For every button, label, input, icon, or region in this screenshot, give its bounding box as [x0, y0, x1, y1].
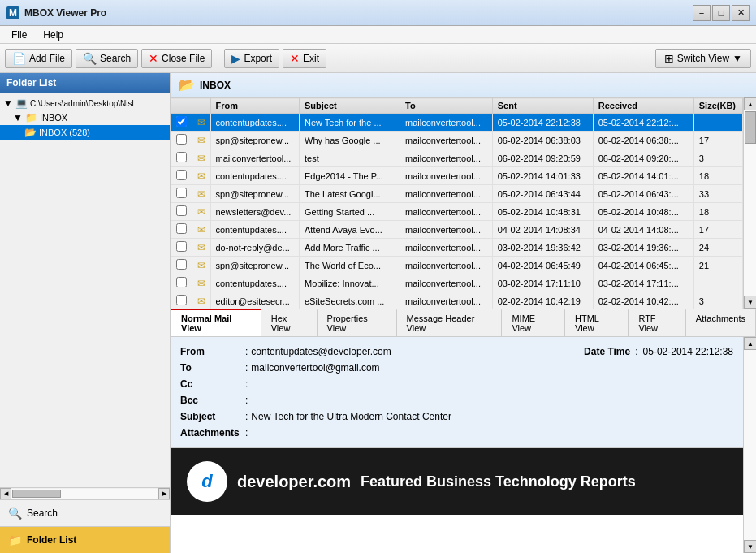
close-button[interactable]: ✕: [732, 5, 750, 21]
drive-icon: 💻: [15, 97, 28, 109]
preview-scroll-down[interactable]: ▼: [744, 540, 756, 553]
folder-item-inbox-root[interactable]: ▼ 📁 INBOX: [0, 110, 170, 125]
preview-scroll-up[interactable]: ▲: [744, 337, 756, 350]
row-subject: Mobilize: Innovat...: [300, 274, 400, 292]
scroll-track[interactable]: [744, 110, 756, 296]
table-row[interactable]: ✉ do-not-reply@de... Add More Traffic ..…: [171, 239, 743, 257]
table-row[interactable]: ✉ contentupdates.... Mobilize: Innovat..…: [171, 274, 743, 292]
col-received[interactable]: Received: [593, 98, 693, 114]
row-checkbox[interactable]: [171, 274, 192, 292]
row-checkbox[interactable]: [171, 114, 192, 132]
menu-help[interactable]: Help: [37, 28, 70, 42]
sidebar-header: Folder List: [0, 73, 170, 93]
preview-tab-html-view[interactable]: HTML View: [565, 309, 629, 336]
row-sent: 05-02-2014 10:48:31: [492, 203, 593, 221]
preview-scroll-track[interactable]: [744, 350, 756, 540]
menu-file[interactable]: File: [5, 28, 33, 42]
preview-scrollbar[interactable]: ▲ ▼: [743, 337, 756, 553]
meta-subject-row: Subject : New Tech for the Ultra Modern …: [180, 408, 555, 425]
sidebar-tab-folder-list[interactable]: 📁 Folder List: [0, 526, 170, 553]
exit-button[interactable]: ✕ Exit: [283, 49, 326, 68]
preview-tab-normal-mail-view[interactable]: Normal Mail View: [171, 309, 261, 336]
sidebar-scroll-track[interactable]: [11, 489, 158, 499]
add-file-icon: 📄: [12, 52, 26, 65]
preview-tab-attachments[interactable]: Attachments: [686, 309, 756, 336]
table-row[interactable]: ✉ contentupdates.... Attend Avaya Evo...…: [171, 221, 743, 239]
row-checkbox[interactable]: [171, 292, 192, 309]
sidebar-scroll-left[interactable]: ◀: [0, 488, 11, 499]
email-list-main[interactable]: From Subject To Sent Received Size(KB) ✉…: [171, 97, 743, 309]
add-file-button[interactable]: 📄 Add File: [5, 49, 72, 68]
close-file-icon: ✕: [149, 52, 158, 65]
title-controls: − □ ✕: [693, 5, 750, 21]
scroll-thumb[interactable]: [745, 111, 756, 144]
preview-area: From : contentupdates@developer.com To :…: [171, 337, 756, 553]
col-size[interactable]: Size(KB): [693, 98, 742, 114]
folder-item-inbox[interactable]: 📂 INBOX (528): [0, 125, 170, 140]
meta-from-label: From: [180, 346, 245, 357]
table-row[interactable]: ✉ newsletters@dev... Getting Started ...…: [171, 203, 743, 221]
table-row[interactable]: ✉ spn@sitepronew... The World of Eco... …: [171, 257, 743, 274]
row-checkbox[interactable]: [171, 167, 192, 185]
row-to: mailconvertertool...: [400, 114, 493, 132]
search-button[interactable]: 🔍 Search: [76, 49, 138, 68]
row-size: 18: [693, 167, 742, 185]
col-subject[interactable]: Subject: [300, 98, 400, 114]
inbox-folder-icon: 📂: [24, 127, 37, 138]
sidebar-h-scrollbar[interactable]: ◀ ▶: [0, 487, 170, 499]
preview-tab-hex-view[interactable]: Hex View: [261, 309, 318, 336]
preview-meta: From : contentupdates@developer.com To :…: [171, 337, 743, 448]
preview-tab-mime-view[interactable]: MIME View: [502, 309, 565, 336]
row-checkbox[interactable]: [171, 239, 192, 257]
maximize-button[interactable]: □: [712, 5, 730, 21]
table-row[interactable]: ✉ spn@sitepronew... Why has Google ... m…: [171, 132, 743, 149]
table-row[interactable]: ✉ contentupdates.... Edge2014 - The P...…: [171, 167, 743, 185]
row-to: mailconvertertool...: [400, 292, 493, 309]
sidebar-tab-search[interactable]: 🔍 Search: [0, 499, 170, 526]
row-checkbox[interactable]: [171, 149, 192, 167]
row-checkbox[interactable]: [171, 203, 192, 221]
table-row[interactable]: ✉ contentupdates.... New Tech for the ..…: [171, 114, 743, 132]
col-to[interactable]: To: [400, 98, 493, 114]
col-from[interactable]: From: [210, 98, 300, 114]
sidebar-scroll-right[interactable]: ▶: [158, 488, 170, 499]
row-checkbox[interactable]: [171, 257, 192, 274]
meta-from-row: From : contentupdates@developer.com: [180, 343, 555, 360]
row-from: spn@sitepronew...: [210, 185, 300, 203]
table-row[interactable]: ✉ editor@esitesecr... eSiteSecrets.com .…: [171, 292, 743, 309]
email-icon: ✉: [197, 278, 205, 289]
row-checkbox[interactable]: [171, 185, 192, 203]
col-checkbox[interactable]: [171, 98, 192, 114]
switch-view-dropdown-icon: ▼: [732, 53, 742, 64]
preview-tab-properties-view[interactable]: Properties View: [318, 309, 397, 336]
col-sent[interactable]: Sent: [492, 98, 593, 114]
row-size: 3: [693, 149, 742, 167]
row-from: do-not-reply@de...: [210, 239, 300, 257]
minimize-button[interactable]: −: [693, 5, 711, 21]
scroll-up-arrow[interactable]: ▲: [744, 97, 756, 110]
close-file-button[interactable]: ✕ Close File: [141, 49, 212, 68]
content-area: 📂 INBOX From Subject To Sent Received: [171, 73, 756, 553]
email-icon: ✉: [197, 188, 205, 200]
row-checkbox[interactable]: [171, 221, 192, 239]
meta-to-label: To: [180, 362, 245, 374]
preview-tab-message-header-view[interactable]: Message Header View: [397, 309, 503, 336]
folder-tab-icon: 📁: [8, 534, 22, 547]
col-icon[interactable]: [192, 98, 210, 114]
dev-logo: d: [187, 461, 227, 502]
switch-view-button[interactable]: ⊞ Switch View ▼: [655, 49, 751, 68]
folder-item-drive[interactable]: ▼ 💻 C:\Users\admin\Desktop\Nisl: [0, 96, 170, 110]
row-to: mailconvertertool...: [400, 239, 493, 257]
row-subject: The Latest Googl...: [300, 185, 400, 203]
table-row[interactable]: ✉ mailconvertertool... test mailconverte…: [171, 149, 743, 167]
scroll-down-arrow[interactable]: ▼: [744, 296, 756, 309]
row-received: 06-02-2014 09:20:...: [593, 149, 693, 167]
table-row[interactable]: ✉ spn@sitepronew... The Latest Googl... …: [171, 185, 743, 203]
preview-tab-rtf-view[interactable]: RTF View: [629, 309, 685, 336]
row-received: 05-02-2014 06:43:...: [593, 185, 693, 203]
export-button[interactable]: ▶ Export: [224, 49, 279, 68]
row-to: mailconvertertool...: [400, 257, 493, 274]
row-sent: 05-02-2014 22:12:38: [492, 114, 593, 132]
row-checkbox[interactable]: [171, 132, 192, 149]
email-list-scrollbar[interactable]: ▲ ▼: [743, 97, 756, 309]
